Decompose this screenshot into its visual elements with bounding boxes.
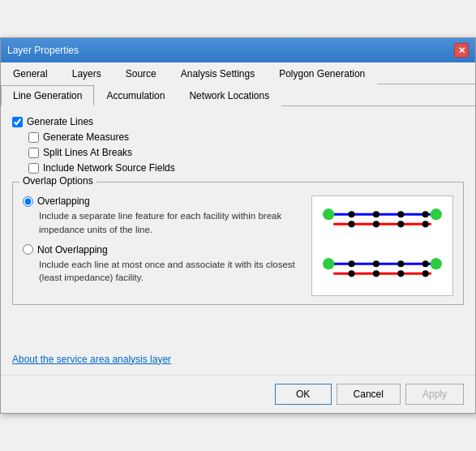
generate-measures-row: Generate Measures <box>28 131 464 143</box>
tab-source[interactable]: Source <box>114 63 169 84</box>
tab-polygon-generation[interactable]: Polygon Generation <box>267 63 377 84</box>
about-link[interactable]: About the service area analysis layer <box>12 354 171 365</box>
not-overlapping-label[interactable]: Not Overlapping <box>37 244 108 256</box>
not-overlapping-desc: Include each line at most once and assoc… <box>39 258 303 284</box>
svg-point-21 <box>422 270 429 277</box>
generate-lines-row: Generate Lines <box>12 116 464 127</box>
include-network-row: Include Network Source Fields <box>28 162 464 174</box>
ok-button[interactable]: OK <box>275 384 332 405</box>
svg-point-3 <box>373 212 380 218</box>
include-network-checkbox[interactable] <box>28 163 39 174</box>
svg-point-18 <box>348 270 354 277</box>
overlapping-radio[interactable] <box>23 196 33 207</box>
apply-button[interactable]: Apply <box>405 384 464 405</box>
svg-point-9 <box>422 221 429 228</box>
tab-row-2: Line Generation Accumulation Network Loc… <box>1 84 475 106</box>
overlap-options-left: Overlapping Include a separate line feat… <box>23 195 303 295</box>
svg-point-7 <box>373 221 380 228</box>
overlapping-label[interactable]: Overlapping <box>37 195 90 207</box>
include-network-label[interactable]: Include Network Source Fields <box>43 162 175 174</box>
tab-network-locations[interactable]: Network Locations <box>177 85 281 106</box>
overlap-diagram <box>311 195 453 295</box>
svg-point-20 <box>397 270 404 277</box>
not-overlapping-radio-row: Not Overlapping <box>23 244 303 256</box>
svg-point-5 <box>422 212 429 218</box>
close-button[interactable]: ✕ <box>454 43 469 58</box>
tab-general[interactable]: General <box>1 63 60 84</box>
tab-line-generation[interactable]: Line Generation <box>1 85 94 106</box>
generate-measures-checkbox[interactable] <box>28 132 39 143</box>
split-lines-row: Split Lines At Breaks <box>28 147 464 158</box>
layer-properties-window: Layer Properties ✕ General Layers Source… <box>0 37 476 413</box>
generate-lines-checkbox[interactable] <box>12 117 23 127</box>
generate-lines-label[interactable]: Generate Lines <box>27 116 93 127</box>
overlap-content: Overlapping Include a separate line feat… <box>23 195 453 295</box>
overlapping-desc: Include a separate line feature for each… <box>39 209 303 235</box>
svg-point-4 <box>397 212 404 218</box>
overlapping-section: Overlapping Include a separate line feat… <box>23 195 303 235</box>
svg-point-23 <box>431 258 442 269</box>
svg-point-2 <box>348 212 354 218</box>
svg-point-10 <box>323 209 334 221</box>
svg-point-8 <box>397 221 404 228</box>
overlapping-diagram-svg <box>319 203 446 239</box>
not-overlapping-diagram-svg <box>319 252 446 289</box>
svg-point-15 <box>373 260 380 267</box>
svg-point-16 <box>397 260 404 267</box>
button-bar: OK Cancel Apply <box>1 375 475 413</box>
svg-point-11 <box>431 209 442 221</box>
overlap-options-group: Overlap Options Overlapping Include a se… <box>12 182 464 304</box>
cancel-button[interactable]: Cancel <box>337 384 401 405</box>
tab-accumulation[interactable]: Accumulation <box>94 85 177 106</box>
generate-measures-label[interactable]: Generate Measures <box>43 131 129 143</box>
window-title: Layer Properties <box>7 45 79 56</box>
overlapping-radio-row: Overlapping <box>23 195 303 207</box>
overlap-options-legend: Overlap Options <box>19 175 96 187</box>
svg-point-6 <box>348 221 354 228</box>
tab-row-1: General Layers Source Analysis Settings … <box>1 62 475 84</box>
split-lines-label[interactable]: Split Lines At Breaks <box>43 147 132 158</box>
not-overlapping-section: Not Overlapping Include each line at mos… <box>23 244 303 284</box>
svg-point-17 <box>422 260 429 267</box>
svg-point-22 <box>323 258 334 269</box>
tab-analysis-settings[interactable]: Analysis Settings <box>169 63 267 84</box>
content-area: Generate Lines Generate Measures Split L… <box>1 106 475 374</box>
svg-point-14 <box>348 260 354 267</box>
tab-layers[interactable]: Layers <box>60 63 114 84</box>
split-lines-checkbox[interactable] <box>28 148 39 158</box>
title-bar: Layer Properties ✕ <box>1 38 475 62</box>
not-overlapping-radio[interactable] <box>23 244 33 255</box>
svg-point-19 <box>373 270 380 277</box>
spacer <box>12 305 464 354</box>
